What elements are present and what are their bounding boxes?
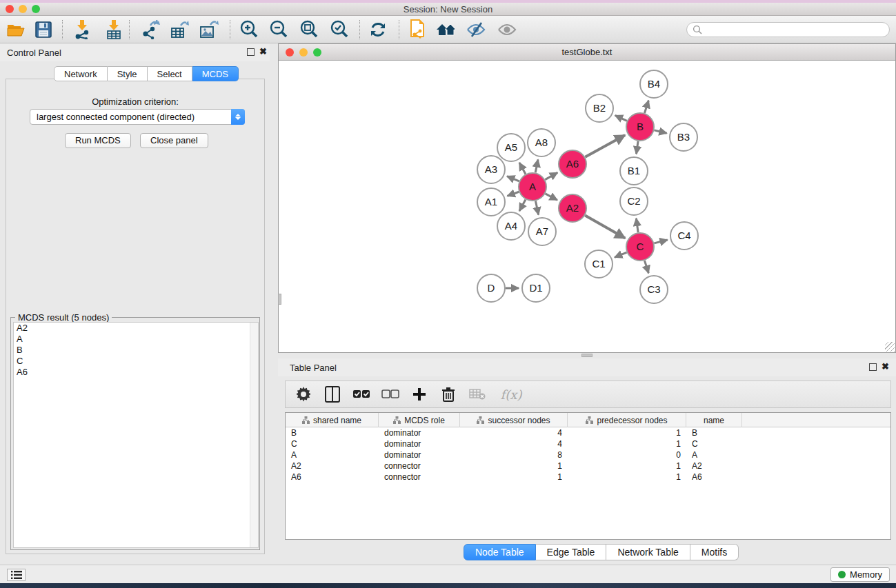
cell-successor-nodes[interactable]: 1 xyxy=(460,472,568,482)
window-resize-grip[interactable] xyxy=(885,342,895,352)
import-network-icon[interactable] xyxy=(72,20,92,39)
node-table[interactable]: shared nameMCDS rolesuccessor nodesprede… xyxy=(285,412,891,540)
graph-node-A1[interactable]: A1 xyxy=(477,188,505,216)
graph-node-B3[interactable]: B3 xyxy=(670,123,697,151)
cell-shared-name[interactable]: C xyxy=(286,439,379,449)
edge-B-B2[interactable] xyxy=(615,115,627,121)
graph-node-C2[interactable]: C2 xyxy=(620,187,648,215)
cell-successor-nodes[interactable]: 8 xyxy=(460,450,568,460)
zoom-fit-icon[interactable] xyxy=(299,20,319,39)
search-field[interactable] xyxy=(686,22,890,37)
graph-node-A7[interactable]: A7 xyxy=(528,218,556,245)
tab-select[interactable]: Select xyxy=(148,66,192,81)
edge-A-A4[interactable] xyxy=(519,199,526,211)
select-all-icon[interactable] xyxy=(352,385,371,404)
mcds-result-item[interactable]: C xyxy=(14,356,258,367)
edge-A2-C[interactable] xyxy=(585,215,625,238)
edge-B-B4[interactable] xyxy=(644,101,648,113)
edge-A-A8[interactable] xyxy=(535,159,538,172)
edge-C-C2[interactable] xyxy=(636,219,638,232)
home-icon[interactable] xyxy=(436,20,457,39)
close-panel-icon[interactable]: ✖ xyxy=(882,361,889,372)
delete-column-icon[interactable] xyxy=(439,385,458,404)
edge-A-A6[interactable] xyxy=(545,172,557,179)
cell-predecessor-nodes[interactable]: 1 xyxy=(568,439,686,449)
float-panel-icon[interactable] xyxy=(247,48,255,56)
tab-network-table[interactable]: Network Table xyxy=(606,544,690,560)
cell-shared-name[interactable]: A xyxy=(286,450,379,460)
graph-node-A6[interactable]: A6 xyxy=(559,150,586,178)
cell-shared-name[interactable]: B xyxy=(286,428,379,438)
close-panel-button[interactable]: Close panel xyxy=(140,133,208,148)
table-row[interactable]: A6connector11A6 xyxy=(286,472,890,483)
network-view-window[interactable]: testGlobe.txt B4B2BB3B1A5A8A6A3AA1A2C2A4… xyxy=(278,43,896,353)
memory-button[interactable]: Memory xyxy=(830,567,890,582)
cell-MCDS-role[interactable]: connector xyxy=(379,472,460,482)
table-row[interactable]: Adominator80A xyxy=(286,449,890,460)
graph-node-C4[interactable]: C4 xyxy=(670,222,698,250)
minimize-window-icon[interactable] xyxy=(19,5,27,13)
export-network-icon[interactable] xyxy=(140,20,161,39)
tab-network[interactable]: Network xyxy=(54,66,108,81)
tab-style[interactable]: Style xyxy=(108,66,148,81)
close-window-icon[interactable] xyxy=(286,48,294,57)
cell-successor-nodes[interactable]: 1 xyxy=(460,461,568,471)
add-column-icon[interactable] xyxy=(410,385,429,404)
network-window-title-bar[interactable]: testGlobe.txt xyxy=(279,44,895,61)
columns-icon[interactable] xyxy=(323,385,342,404)
tab-edge-table[interactable]: Edge Table xyxy=(536,544,607,560)
edge-C-C3[interactable] xyxy=(644,261,648,273)
graph-node-B4[interactable]: B4 xyxy=(640,70,668,98)
cell-name[interactable]: B xyxy=(686,428,742,438)
edge-A-A7[interactable] xyxy=(535,201,538,215)
float-panel-icon[interactable] xyxy=(869,363,877,371)
cell-MCDS-role[interactable]: dominator xyxy=(379,428,460,438)
tab-motifs[interactable]: Motifs xyxy=(690,544,739,560)
graph-node-A2[interactable]: A2 xyxy=(559,194,586,222)
close-panel-icon[interactable]: ✖ xyxy=(259,46,267,57)
table-row[interactable]: A2connector11A2 xyxy=(286,460,890,472)
graph-node-D[interactable]: D xyxy=(477,274,505,302)
maximize-window-icon[interactable] xyxy=(32,5,40,13)
splitter-handle[interactable] xyxy=(581,354,593,357)
cell-shared-name[interactable]: A6 xyxy=(286,472,379,482)
cell-name[interactable]: C xyxy=(686,439,742,449)
cell-name[interactable]: A6 xyxy=(686,472,742,482)
mcds-result-item[interactable]: B xyxy=(14,345,258,356)
cell-MCDS-role[interactable]: dominator xyxy=(379,450,460,460)
criterion-dropdown[interactable]: largest connected component (directed) xyxy=(30,109,245,125)
edge-A-A2[interactable] xyxy=(546,194,557,200)
splitter-handle[interactable] xyxy=(278,294,281,305)
edge-B-B3[interactable] xyxy=(654,130,666,133)
edge-A6-B[interactable] xyxy=(585,135,625,157)
cell-predecessor-nodes[interactable]: 1 xyxy=(568,428,686,438)
graph-node-D1[interactable]: D1 xyxy=(522,274,550,302)
graph-node-A3[interactable]: A3 xyxy=(477,156,505,183)
graph-node-A8[interactable]: A8 xyxy=(528,129,555,156)
column-header-MCDS-role[interactable]: MCDS role xyxy=(379,413,460,427)
graph-node-C[interactable]: C xyxy=(626,233,654,261)
cell-predecessor-nodes[interactable]: 1 xyxy=(568,472,686,482)
cell-predecessor-nodes[interactable]: 1 xyxy=(568,461,686,471)
edge-C-C4[interactable] xyxy=(654,240,667,243)
edge-A-A1[interactable] xyxy=(507,192,519,196)
task-history-button[interactable] xyxy=(7,569,26,581)
export-table-icon[interactable] xyxy=(170,20,190,39)
edge-A-A5[interactable] xyxy=(519,163,526,174)
search-input[interactable] xyxy=(702,23,889,36)
graph-node-A5[interactable]: A5 xyxy=(497,134,525,161)
table-row[interactable]: Cdominator41C xyxy=(286,438,890,449)
mcds-result-list[interactable]: A2ABCA6 xyxy=(13,322,259,548)
app-title-bar[interactable]: Session: New Session xyxy=(0,3,896,16)
cell-successor-nodes[interactable]: 4 xyxy=(460,439,568,449)
column-header-successor-nodes[interactable]: successor nodes xyxy=(460,413,568,427)
show-graphics-icon[interactable] xyxy=(497,20,517,39)
maximize-window-icon[interactable] xyxy=(313,48,321,57)
cell-MCDS-role[interactable]: connector xyxy=(379,461,460,471)
deselect-all-icon[interactable] xyxy=(381,385,400,404)
graph-node-C1[interactable]: C1 xyxy=(585,250,613,278)
refresh-icon[interactable] xyxy=(368,20,388,39)
zoom-out-icon[interactable] xyxy=(268,20,289,39)
gear-icon[interactable] xyxy=(294,385,313,404)
edge-C-C1[interactable] xyxy=(615,252,627,257)
